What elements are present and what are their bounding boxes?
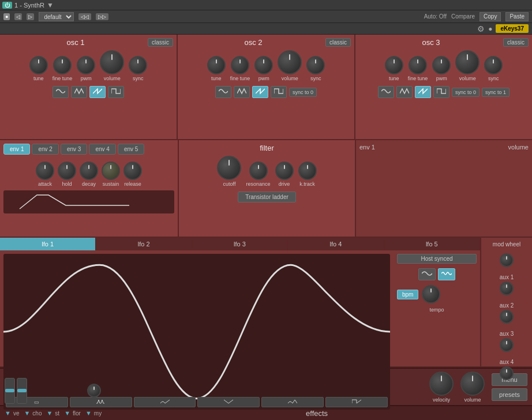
pitch-slider-2[interactable] [17, 378, 27, 404]
lfo-shape-5[interactable] [261, 397, 324, 407]
gear-icon[interactable]: ⚙ [477, 24, 485, 33]
osc2-wave-square[interactable] [271, 86, 287, 98]
paste-button[interactable]: Paste [505, 12, 529, 21]
effect-cho-arrow[interactable]: ▼ [24, 410, 30, 417]
effect-ve-arrow[interactable]: ▼ [5, 410, 11, 417]
forward-button[interactable]: ▷ [27, 13, 34, 20]
velocity-label: velocity [433, 397, 450, 403]
volume-knob[interactable] [460, 372, 485, 396]
osc1-pwm-knob[interactable] [77, 56, 95, 74]
osc3-wave-tri[interactable] [396, 86, 413, 98]
env-hold-knob[interactable] [58, 162, 76, 180]
osc2-pwm-label: pwm [258, 76, 269, 81]
osc2-volume-knob[interactable] [278, 50, 302, 74]
lfo-shape-1[interactable]: ▭ [6, 397, 68, 407]
osc3-sync-to1-button[interactable]: sync to 1 [482, 88, 509, 97]
aux2-knob[interactable] [500, 310, 514, 324]
lfo-tab-2[interactable]: lfo 2 [96, 238, 192, 250]
record-button[interactable]: ● [3, 13, 10, 20]
osc1-wave-saw[interactable] [89, 86, 106, 98]
env-attack-knob[interactable] [36, 162, 54, 180]
env-decay-knob[interactable] [80, 162, 98, 180]
env-tab-3[interactable]: env 3 [61, 144, 87, 155]
osc2-sync-to0-button[interactable]: sync to 0 [289, 88, 317, 97]
lfo-tab-3[interactable]: lfo 3 [192, 238, 288, 250]
lfo-wave-complex-btn[interactable] [438, 268, 455, 280]
presets-button[interactable]: presets [492, 388, 527, 401]
lfo-shape-6[interactable] [325, 397, 388, 407]
nav-next[interactable]: ▷▷ [96, 13, 108, 20]
osc3-wave-square[interactable] [433, 86, 449, 98]
osc2-sync-label: sync [310, 76, 321, 81]
lfo-tempo-knob[interactable] [422, 285, 440, 303]
osc3-wave-sin[interactable] [378, 86, 394, 98]
osc3-wave-saw[interactable] [415, 86, 431, 98]
osc1-finetune-knob[interactable] [53, 56, 72, 74]
osc1-sync-knob[interactable] [129, 56, 147, 74]
filter-cutoff-knob[interactable] [217, 156, 241, 180]
osc3-pwm-knob[interactable] [432, 56, 451, 74]
lfo-tab-5[interactable]: lfo 5 [384, 238, 480, 250]
lfo-wave-sin-btn[interactable] [418, 268, 436, 280]
osc3-tune-knob[interactable] [385, 56, 403, 74]
osc2-finetune-knob[interactable] [231, 56, 249, 74]
osc1-wave-tri[interactable] [71, 86, 87, 98]
osc3-sync-knob[interactable] [484, 56, 503, 74]
env-attack-group: attack [36, 162, 54, 187]
bpm-button[interactable]: bpm [397, 290, 418, 299]
filter-drive-knob[interactable] [275, 162, 294, 180]
back-button[interactable]: ◁ [14, 13, 22, 20]
mod-wheel-knob[interactable] [500, 253, 514, 267]
lfo-shape-2[interactable] [70, 397, 132, 407]
copy-button[interactable]: Copy [479, 12, 501, 21]
lfo-tab-1[interactable]: lfo 1 [0, 238, 96, 250]
filter-resonance-knob[interactable] [249, 162, 268, 180]
effect-flor-arrow[interactable]: ▼ [64, 410, 70, 417]
osc1-tune-group: tune [29, 56, 48, 81]
osc1-mode[interactable]: classic [148, 38, 173, 47]
osc3-volume-knob[interactable] [455, 50, 479, 74]
effect-my-arrow[interactable]: ▼ [85, 410, 92, 417]
aux3-knob[interactable] [500, 338, 514, 352]
pitch-slider-1[interactable] [5, 378, 15, 404]
preset-select[interactable]: default [39, 12, 74, 21]
filter-type-button[interactable]: Transistor ladder [238, 192, 296, 202]
osc1-tune-knob[interactable] [29, 56, 48, 74]
filter-ktrack-knob[interactable] [298, 162, 317, 180]
aux1-knob[interactable] [500, 282, 514, 295]
osc1-wave-row [3, 86, 173, 98]
osc2-wave-saw[interactable] [252, 86, 268, 98]
lfo-waveform-display: ▭ [3, 254, 390, 410]
effect-st-arrow[interactable]: ▼ [46, 410, 53, 417]
osc2-pwm-knob[interactable] [254, 56, 273, 74]
nav-prev[interactable]: ◁◁ [78, 13, 91, 20]
env-sustain-knob[interactable] [102, 162, 120, 180]
dropdown-arrow[interactable]: ▼ [47, 1, 54, 9]
lfo-shape-3[interactable] [134, 397, 196, 407]
env-release-knob[interactable] [123, 162, 142, 180]
osc3-finetune-knob[interactable] [409, 56, 427, 74]
env-tab-4[interactable]: env 4 [89, 144, 115, 155]
env-tab-1[interactable]: env 1 [3, 144, 30, 155]
osc2-wave-tri[interactable] [234, 86, 250, 98]
osc1-volume-knob[interactable] [100, 50, 124, 74]
osc3-tune-group: tune [385, 56, 403, 81]
env-section: env 1 env 2 env 3 env 4 env 5 attack hol… [0, 140, 179, 237]
osc3-mode[interactable]: classic [503, 38, 529, 47]
lfo-tab-4[interactable]: lfo 4 [288, 238, 384, 250]
env-tab-5[interactable]: env 5 [118, 144, 144, 155]
osc2-mode[interactable]: classic [325, 38, 351, 47]
power-button[interactable]: ⏻ [2, 2, 12, 9]
env-tab-2[interactable]: env 2 [32, 144, 58, 155]
osc2-sync-knob[interactable] [306, 56, 325, 74]
velocity-knob[interactable] [429, 372, 454, 396]
osc1-wave-square[interactable] [108, 86, 124, 98]
auto-label: Auto: Off [424, 13, 447, 20]
osc2-tune-knob[interactable] [207, 56, 226, 74]
env-sustain-label: sustain [103, 181, 119, 187]
osc1-wave-sin[interactable] [53, 86, 69, 98]
osc2-wave-sin[interactable] [215, 86, 231, 98]
unison-spread-knob[interactable] [87, 384, 101, 397]
lfo-shape-4[interactable] [197, 397, 260, 407]
osc3-sync-to0-button[interactable]: sync to 0 [452, 88, 479, 97]
